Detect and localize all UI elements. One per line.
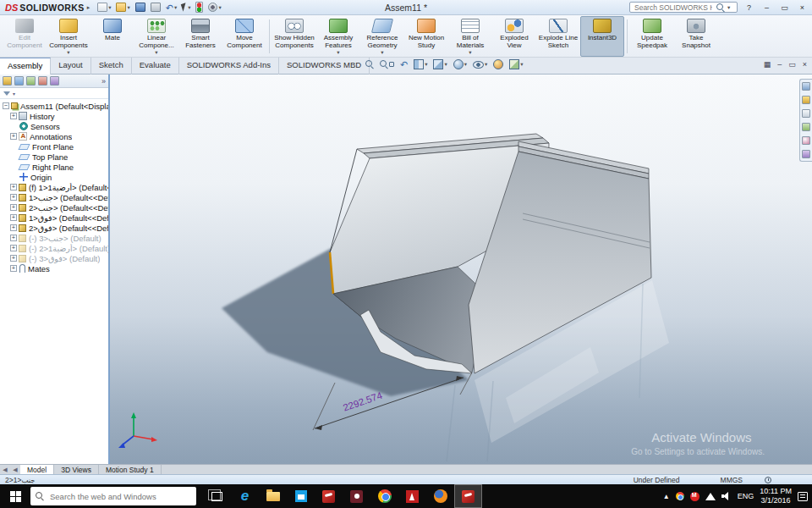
undo-button[interactable]: ↶▾ (165, 3, 178, 13)
taskbar-app-edge[interactable]: e (231, 484, 259, 508)
edit-appearance-icon[interactable] (493, 59, 503, 69)
tree-item-part-fawq-3[interactable]: +(-) فوق<3> (Default) (0, 253, 108, 263)
ribbon-button-assembly-features[interactable]: Assembly Features▾ (316, 16, 360, 57)
file-explorer-icon[interactable] (802, 109, 810, 118)
viewport-layout-icon[interactable]: ▦ (764, 60, 771, 69)
taskbar-search-input[interactable] (48, 491, 175, 502)
taskbar-app-adobe-reader[interactable] (398, 484, 426, 508)
tree-item-part-janb-2[interactable]: +جنب<2> (Default<<Default> (0, 202, 108, 213)
volume-icon[interactable] (721, 492, 732, 500)
ribbon-button-new-motion-study[interactable]: New Motion Study (404, 16, 448, 57)
tree-item-history[interactable]: +History (0, 111, 108, 121)
ribbon-button-mate[interactable]: Mate (91, 16, 134, 57)
tree-item-right-plane[interactable]: Right Plane (0, 162, 108, 172)
ribbon-button-move-component[interactable]: Move Component (222, 16, 266, 57)
previous-view-icon[interactable]: ↶ (400, 60, 408, 69)
design-library-icon[interactable] (802, 96, 810, 104)
view-orientation-icon[interactable]: ▾ (433, 59, 447, 69)
appearances-icon[interactable] (802, 136, 810, 145)
tree-item-part-janb-3[interactable]: +(-) جنب<3> (Default) (0, 233, 108, 243)
expand-icon[interactable]: + (10, 184, 17, 190)
save-button[interactable] (134, 2, 146, 13)
hide-show-items-icon[interactable]: ▾ (473, 61, 487, 69)
zoom-fit-icon[interactable] (365, 60, 374, 69)
ribbon-button-update-speedpak[interactable]: Update Speedpak (630, 16, 674, 57)
hidden-icons-arrow[interactable]: ▲ (663, 493, 670, 500)
ribbon-button-linear-component-pattern[interactable]: Linear Compone...▾ (134, 16, 178, 57)
view-settings-icon[interactable]: ▾ (509, 59, 523, 69)
assembly-model[interactable]: 2292.574 (110, 75, 812, 464)
expand-icon[interactable]: + (10, 255, 17, 262)
network-icon[interactable] (705, 493, 716, 500)
tree-item-top-plane[interactable]: Top Plane (0, 152, 108, 162)
ribbon-button-take-snapshot[interactable]: Take Snapshot (674, 16, 718, 57)
tree-item-sensors[interactable]: Sensors (0, 121, 108, 131)
language-indicator[interactable]: ENG (738, 492, 754, 500)
tree-item-part-ardia-1[interactable]: +(f) أرضية1<1> (Default<<Def (0, 182, 108, 192)
action-center-icon[interactable] (798, 492, 808, 501)
tab-evaluate[interactable]: Evaluate (132, 58, 179, 75)
expand-icon[interactable]: + (10, 133, 17, 140)
menu-expand-arrow-icon[interactable]: ▸ (87, 4, 91, 11)
zoom-area-icon[interactable] (380, 60, 394, 69)
tree-item-origin[interactable]: Origin (0, 172, 108, 182)
rebuild-button[interactable] (195, 1, 204, 14)
tree-item-annotations[interactable]: +Annotations (0, 131, 108, 141)
antivirus-tray-icon[interactable] (690, 492, 700, 501)
close-button[interactable]: × (796, 3, 809, 12)
tab-scroll-left-icon[interactable]: ◀ (0, 465, 10, 474)
tree-item-mates[interactable]: +Mates (0, 263, 108, 273)
print-button[interactable] (150, 2, 162, 13)
taskbar-app-file-explorer[interactable] (259, 484, 287, 508)
help-search-box[interactable]: ▾ (629, 2, 738, 13)
options-button[interactable]: ▾ (207, 2, 222, 13)
taskbar-app-solidworks[interactable] (315, 484, 343, 508)
expand-icon[interactable]: + (10, 194, 17, 201)
ribbon-button-smart-fasteners[interactable]: Smart Fasteners (178, 16, 222, 57)
minimize-button[interactable]: – (760, 3, 773, 12)
taskbar-search-box[interactable] (30, 487, 196, 505)
custom-properties-icon[interactable] (802, 150, 810, 158)
tab-3d-views[interactable]: 3D Views (54, 465, 99, 474)
ribbon-button-exploded-view[interactable]: Exploded View (492, 16, 536, 57)
tree-item-front-plane[interactable]: Front Plane (0, 141, 108, 152)
collapse-icon[interactable]: − (3, 102, 9, 109)
ribbon-button-show-hidden-components[interactable]: Show Hidden Components (272, 16, 316, 57)
tree-item-part-janb-1[interactable]: +جنب<1> (Default<<Default> (0, 192, 108, 202)
units-label[interactable]: MMGS (721, 476, 743, 484)
view-palette-icon[interactable] (802, 123, 810, 131)
tree-item-part-fawq-2[interactable]: +فوق<2> (Default<<Default>_ (0, 223, 108, 233)
clock-datetime[interactable]: 10:11 PM 3/1/2016 (760, 487, 792, 505)
dimxpertmanager-icon[interactable] (38, 76, 47, 86)
taskbar-app-store[interactable] (287, 484, 315, 508)
doc-restore-icon[interactable]: ▭ (788, 60, 796, 69)
ribbon-button-bill-of-materials[interactable]: Bill of Materials▾ (448, 16, 492, 57)
taskbar-app-media-player[interactable] (343, 484, 370, 508)
ribbon-button-edit-component[interactable]: Edit Component (3, 16, 47, 57)
expand-icon[interactable]: + (10, 245, 17, 251)
section-view-icon[interactable]: ▾ (414, 59, 427, 69)
select-button[interactable]: ▾ (181, 3, 191, 12)
doc-close-icon[interactable]: × (803, 60, 807, 69)
tab-model[interactable]: Model (20, 465, 54, 474)
tab-motion-study-1[interactable]: Motion Study 1 (99, 465, 162, 474)
expand-icon[interactable]: + (10, 214, 17, 221)
graphics-viewport[interactable]: 2292.574 Activate Windows Go to (110, 75, 812, 464)
tree-item-part-ardia-2[interactable]: +(-) أرضية1<2> (Default) (0, 243, 108, 253)
taskbar-app-browser[interactable] (426, 484, 454, 508)
taskbar-app-chrome[interactable] (370, 484, 398, 508)
tab-sketch[interactable]: Sketch (91, 58, 132, 75)
panel-chevrons-icon[interactable]: » (102, 77, 106, 86)
tab-assembly[interactable]: Assembly (0, 58, 51, 75)
chrome-tray-icon[interactable] (676, 492, 684, 500)
tree-item-part-fawq-1[interactable]: +فوق<1> (Default<<Default>_ (0, 213, 108, 223)
expand-icon[interactable]: + (10, 265, 17, 272)
help-search-input[interactable] (633, 3, 714, 13)
propertymanager-icon[interactable] (14, 76, 24, 86)
ribbon-button-instant3d[interactable]: Instant3D (580, 16, 624, 57)
expand-icon[interactable]: + (10, 204, 17, 211)
expand-icon[interactable]: + (10, 224, 17, 231)
tree-item-assem11[interactable]: −Assem11 (Default<Display State (0, 101, 108, 111)
task-view-icon[interactable] (211, 492, 222, 501)
start-button[interactable] (0, 484, 30, 508)
